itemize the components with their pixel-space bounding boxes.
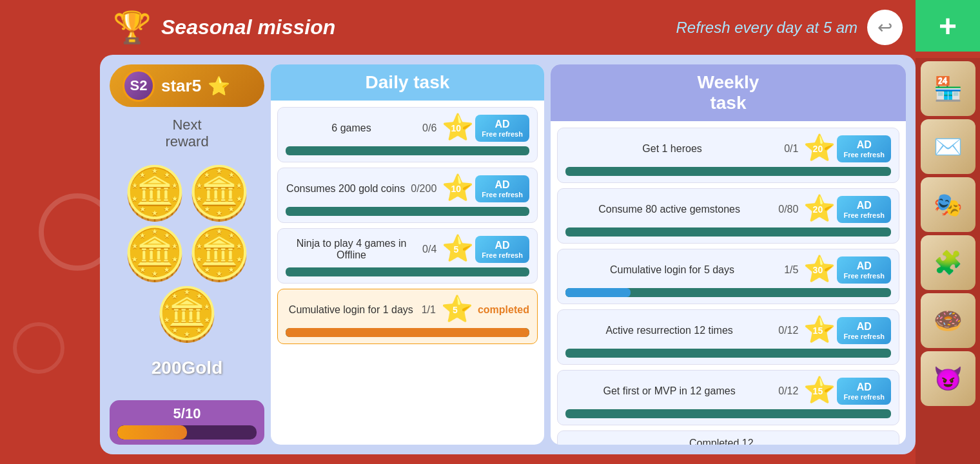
ad-free-refresh-button[interactable]: AD Free refresh	[837, 317, 891, 344]
weekly-task-panel: Weeklytask Get 1 heroes 0/1 ⭐ 20 AD Free…	[551, 64, 906, 445]
ad-free-refresh-button[interactable]: AD Free refresh	[475, 236, 529, 263]
task-progress: 0/1	[784, 143, 798, 155]
season-circle: S2	[122, 70, 155, 102]
coins-icon: 🪙🪙🪙🪙🪙	[110, 163, 264, 345]
task-progress-bar-bg	[286, 328, 529, 337]
mail-icon[interactable]: ✉️	[921, 119, 975, 174]
star-reward-badge: ⭐ 10	[442, 175, 470, 203]
task-top: Active resurrection 12 times 0/12 ⭐ 15 A…	[565, 316, 891, 345]
ad-free-refresh-button[interactable]: AD Free refresh	[837, 256, 891, 284]
daily-task-panel: Daily task 6 games 0/6 ⭐ 10 AD Free refr…	[271, 64, 544, 445]
task-item: Cumulative login for 1 days 1/1 ⭐ 5 comp…	[277, 289, 538, 344]
task-name: Active resurrection 12 times	[565, 325, 773, 336]
task-top: Get first or MVP in 12 games 0/12 ⭐ 15 A…	[565, 377, 891, 405]
progress-label: 5/10	[117, 405, 257, 422]
task-progress-bar-fill	[565, 288, 631, 297]
sidebar: S2 star5 ⭐ Nextreward 🪙🪙🪙🪙🪙 200Gold 5/10	[110, 64, 264, 445]
daily-task-body: 6 games 0/6 ⭐ 10 AD Free refresh Consume…	[271, 101, 544, 445]
task-top: 6 games 0/6 ⭐ 10 AD Free refresh	[286, 114, 529, 142]
task-item: 6 games 0/6 ⭐ 10 AD Free refresh	[277, 107, 538, 162]
top-bar: 🏆 Seasonal mission Refresh every day at …	[100, 0, 916, 55]
header-left: 🏆 Seasonal mission	[113, 10, 335, 46]
star-reward-badge: ⭐ 5	[442, 235, 470, 264]
weekly-task-header: Weeklytask	[551, 64, 906, 121]
task-progress: 0/12	[778, 385, 798, 397]
task-top: Ninja to play 4 games in Offline 0/4 ⭐ 5…	[286, 235, 529, 264]
task-progress: 0/6	[422, 122, 436, 134]
mask-icon[interactable]: 🎭	[921, 177, 975, 232]
task-progress-bar-bg	[565, 409, 891, 418]
star-reward-badge: ⭐ 5	[441, 296, 469, 324]
right-icons-panel: 🏪 ✉️ 🎭 🧩 🍩 😈	[916, 58, 980, 464]
task-progress-bar-bg	[286, 146, 529, 155]
task-progress: 0/4	[422, 244, 436, 255]
task-progress: 1/5	[784, 264, 798, 276]
task-name: Consume 80 active gemstones	[565, 204, 773, 215]
task-name: 6 games	[286, 122, 417, 134]
task-item: Cumulative login for 5 days 1/5 ⭐ 30 AD …	[557, 249, 899, 304]
task-progress-bar-bg	[565, 288, 891, 297]
task-top: Consumes 200 gold coins 0/200 ⭐ 10 AD Fr…	[286, 175, 529, 203]
task-progress-bar-bg	[286, 207, 529, 216]
progress-bar-background	[117, 425, 257, 440]
task-progress-bar-bg	[565, 349, 891, 358]
task-progress: 0/80	[778, 204, 798, 215]
main-modal: S2 star5 ⭐ Nextreward 🪙🪙🪙🪙🪙 200Gold 5/10…	[100, 55, 916, 454]
task-item: Get 1 heroes 0/1 ⭐ 20 AD Free refresh	[557, 128, 899, 183]
task-item: Consumes 200 gold coins 0/200 ⭐ 10 AD Fr…	[277, 168, 538, 223]
task-name: Get first or MVP in 12 games	[565, 385, 773, 397]
star-reward-badge: ⭐ 20	[803, 195, 832, 224]
task-progress: 0/200	[411, 183, 436, 195]
task-item: Ninja to play 4 games in Offline 0/4 ⭐ 5…	[277, 228, 538, 284]
task-name: Ninja to play 4 games in Offline	[286, 238, 417, 261]
task-top: Get 1 heroes 0/1 ⭐ 20 AD Free refresh	[565, 135, 891, 163]
star-level-text: star5	[161, 76, 201, 96]
page-title: Seasonal mission	[161, 15, 335, 39]
task-name: Cumulative login for 5 days	[565, 264, 779, 276]
task-progress-bar-fill	[286, 328, 529, 337]
donut-icon[interactable]: 🍩	[921, 293, 975, 348]
task-progress: 0/12	[778, 325, 798, 336]
puzzle-icon[interactable]: 🧩	[921, 235, 975, 290]
star-icon: ⭐	[208, 75, 230, 97]
task-name: Get 1 heroes	[565, 143, 779, 155]
task-progress: 1/1	[422, 304, 436, 316]
gold-amount: 200Gold	[152, 358, 222, 378]
task-progress-bar-bg	[565, 227, 891, 237]
shop-icon[interactable]: 🏪	[921, 61, 975, 116]
season-badge: S2 star5 ⭐	[110, 64, 264, 107]
star-reward-badge: ⭐ 20	[803, 135, 832, 163]
completed-label: completed	[478, 304, 529, 316]
add-button[interactable]: +	[916, 0, 980, 52]
next-reward-label: Nextreward	[165, 117, 208, 150]
task-name: Completed 12...	[565, 438, 886, 445]
task-item: Completed 12...	[557, 430, 899, 445]
header-right: Refresh every day at 5 am ↩	[676, 10, 903, 45]
task-top: Completed 12...	[565, 438, 891, 445]
daily-task-header: Daily task	[271, 64, 544, 101]
star-reward-badge: ⭐ 30	[803, 256, 832, 284]
refresh-schedule-text: Refresh every day at 5 am	[676, 19, 858, 37]
task-item: Consume 80 active gemstones 0/80 ⭐ 20 AD…	[557, 188, 899, 244]
task-item: Active resurrection 12 times 0/12 ⭐ 15 A…	[557, 309, 899, 365]
task-progress-bar-bg	[565, 167, 891, 176]
demon-icon[interactable]: 😈	[921, 351, 975, 406]
ad-free-refresh-button[interactable]: AD Free refresh	[837, 378, 891, 405]
trophy-icon: 🏆	[113, 10, 152, 46]
ad-free-refresh-button[interactable]: AD Free refresh	[475, 115, 529, 142]
refresh-button[interactable]: ↩	[867, 10, 903, 45]
ad-free-refresh-button[interactable]: AD Free refresh	[837, 196, 891, 223]
star-reward-badge: ⭐ 10	[442, 114, 470, 142]
star-reward-badge: ⭐ 15	[803, 316, 832, 345]
task-progress-bar-bg	[286, 267, 529, 276]
ad-free-refresh-button[interactable]: AD Free refresh	[837, 135, 891, 162]
progress-container: 5/10	[110, 400, 264, 445]
task-item: Get first or MVP in 12 games 0/12 ⭐ 15 A…	[557, 370, 899, 425]
ad-free-refresh-button[interactable]: AD Free refresh	[475, 175, 529, 202]
task-name: Cumulative login for 1 days	[286, 304, 416, 316]
task-top: Consume 80 active gemstones 0/80 ⭐ 20 AD…	[565, 195, 891, 224]
task-top: Cumulative login for 5 days 1/5 ⭐ 30 AD …	[565, 256, 891, 284]
star-reward-badge: ⭐ 15	[803, 377, 832, 405]
weekly-task-body: Get 1 heroes 0/1 ⭐ 20 AD Free refresh Co…	[551, 121, 906, 445]
task-top: Cumulative login for 1 days 1/1 ⭐ 5 comp…	[286, 296, 529, 324]
